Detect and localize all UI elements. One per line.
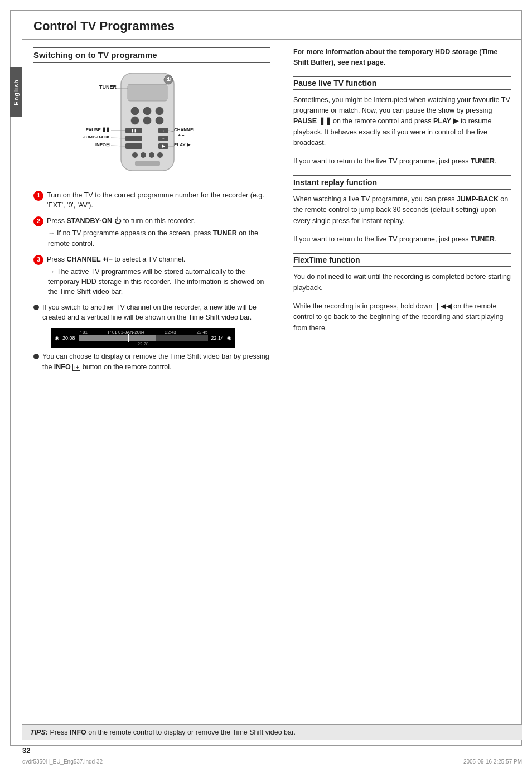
- svg-text:+ −: + −: [178, 133, 185, 138]
- svg-rect-1: [128, 84, 167, 101]
- vbar-right-time: 22:14: [211, 335, 224, 341]
- tuner-label: TUNER: [99, 84, 117, 90]
- vbar-label2: P 01 01-JAN-2004: [108, 330, 144, 335]
- svg-text:INFO⊞: INFO⊞: [95, 142, 110, 147]
- vbar-icon-right: ◉: [227, 335, 231, 341]
- content-area: Control TV Programmes Switching on to TV…: [22, 10, 522, 746]
- svg-point-4: [131, 107, 139, 115]
- steps-list-2: You can choose to display or remove the …: [33, 351, 270, 371]
- svg-text:PLAY ▶: PLAY ▶: [174, 142, 191, 147]
- right-intro: For more information about the temporary…: [293, 47, 511, 68]
- footer-file: dvdr5350H_EU_Eng537.indd 32: [22, 759, 103, 765]
- bullet-dot-1: [33, 305, 39, 310]
- svg-text:−: −: [163, 137, 165, 140]
- flextime-body2: While the recording is in progress, hold…: [293, 301, 511, 334]
- svg-text:PAUSE ❚❚: PAUSE ❚❚: [86, 127, 110, 132]
- sidebar-language-tab: English: [10, 67, 22, 117]
- vbar-left-time: 20:08: [62, 335, 75, 341]
- step-2-note: → If no TV programme appears on the scre…: [47, 228, 270, 248]
- videobar-container: ◉ 20:08 P 01 P 01 01-JAN-2004 22:43 22:4…: [42, 328, 251, 348]
- bullet-2-content: You can choose to display or remove the …: [42, 351, 270, 371]
- remote-illustration: ⏻ + −: [33, 67, 270, 185]
- video-bar: ◉ 20:08 P 01 P 01 01-JAN-2004 22:43 22:4…: [51, 328, 235, 348]
- bullet-dot-2: [33, 354, 39, 359]
- bullet-1-content: If you switch to another TV channel on t…: [42, 302, 270, 322]
- left-column: Switching on to TV programme ⏻: [22, 40, 282, 746]
- tips-text: Press INFO on the remote control to disp…: [50, 728, 296, 736]
- vbar-icon: ◉: [55, 335, 59, 341]
- svg-point-20: [132, 152, 138, 158]
- vbar-cursor: [128, 334, 129, 342]
- vbar-time1: 22:43: [165, 330, 176, 335]
- vbar-cursor-time: 22:28: [138, 341, 149, 346]
- page-title: Control TV Programmes: [22, 10, 522, 40]
- flextime-body1: You do not need to wait until the record…: [293, 272, 511, 293]
- step-2: 2 Press STANDBY-ON ⏻ to turn on this rec…: [33, 216, 270, 248]
- svg-rect-24: [135, 161, 160, 166]
- right-column: For more information about the temporary…: [282, 40, 522, 746]
- step-num-3: 3: [33, 255, 43, 265]
- svg-point-21: [141, 152, 146, 158]
- vbar-label1: P 01: [79, 330, 88, 335]
- svg-point-22: [149, 152, 154, 158]
- two-column-layout: Switching on to TV programme ⏻: [22, 40, 522, 746]
- pause-section-body: Sometimes, you might be interrupted when…: [293, 95, 511, 149]
- tips-bar: TIPS: Press INFO on the remote control t…: [22, 724, 522, 740]
- svg-point-5: [143, 107, 151, 115]
- svg-rect-17: [125, 143, 142, 149]
- instant-section-body: When watching a live TV programme, you c…: [293, 194, 511, 226]
- step-1-content: Turn on the TV to the correct programme …: [47, 190, 270, 210]
- page-number: 32: [22, 746, 30, 755]
- step-1: 1 Turn on the TV to the correct programm…: [33, 190, 270, 210]
- tips-label: TIPS:: [30, 728, 48, 736]
- vbar-fill: [79, 335, 156, 341]
- pause-section: Pause live TV function Sometimes, you mi…: [293, 76, 511, 167]
- footer-date: 2005-09-16 2:25:57 PM: [463, 759, 522, 765]
- vbar-track: [79, 335, 208, 341]
- pause-section-title: Pause live TV function: [293, 76, 511, 90]
- flextime-section-title: FlexTime function: [293, 253, 511, 267]
- footer-info: dvdr5350H_EU_Eng537.indd 32 2005-09-16 2…: [22, 759, 522, 765]
- pause-section-body2: If you want to return to the live TV pro…: [293, 156, 511, 167]
- instant-replay-section: Instant replay function When watching a …: [293, 175, 511, 245]
- left-section-title: Switching on to TV programme: [33, 47, 270, 63]
- step-num-1: 1: [33, 191, 43, 201]
- svg-point-9: [156, 117, 163, 124]
- svg-point-23: [157, 152, 163, 158]
- svg-text:CHANNEL: CHANNEL: [174, 127, 196, 132]
- svg-point-8: [143, 117, 151, 124]
- bullet-2: You can choose to display or remove the …: [33, 351, 270, 371]
- step-2-content: Press STANDBY-ON ⏻ to turn on this recor…: [47, 216, 270, 248]
- svg-point-7: [131, 117, 139, 124]
- step-num-2: 2: [33, 216, 43, 226]
- svg-text:+: +: [163, 129, 165, 132]
- step-3: 3 Press CHANNEL +/− to select a TV chann…: [33, 254, 270, 297]
- svg-point-6: [156, 107, 163, 115]
- vbar-time2: 22:45: [196, 330, 207, 335]
- step-3-content: Press CHANNEL +/− to select a TV channel…: [47, 254, 270, 297]
- svg-text:❚❚: ❚❚: [131, 129, 137, 133]
- sidebar-label: English: [13, 79, 20, 105]
- bullet-1: If you switch to another TV channel on t…: [33, 302, 270, 322]
- instant-section-body2: If you want to return to the live TV pro…: [293, 234, 511, 245]
- steps-list: 1 Turn on the TV to the correct programm…: [33, 190, 270, 322]
- remote-svg: ⏻ + −: [76, 67, 227, 185]
- svg-text:JUMP-BACK: JUMP-BACK: [83, 134, 110, 139]
- svg-rect-16: [125, 136, 142, 141]
- instant-section-title: Instant replay function: [293, 175, 511, 190]
- svg-text:⏻: ⏻: [166, 77, 171, 82]
- flextime-section: FlexTime function You do not need to wai…: [293, 253, 511, 334]
- step-3-note: → The active TV programmes will be store…: [47, 267, 270, 297]
